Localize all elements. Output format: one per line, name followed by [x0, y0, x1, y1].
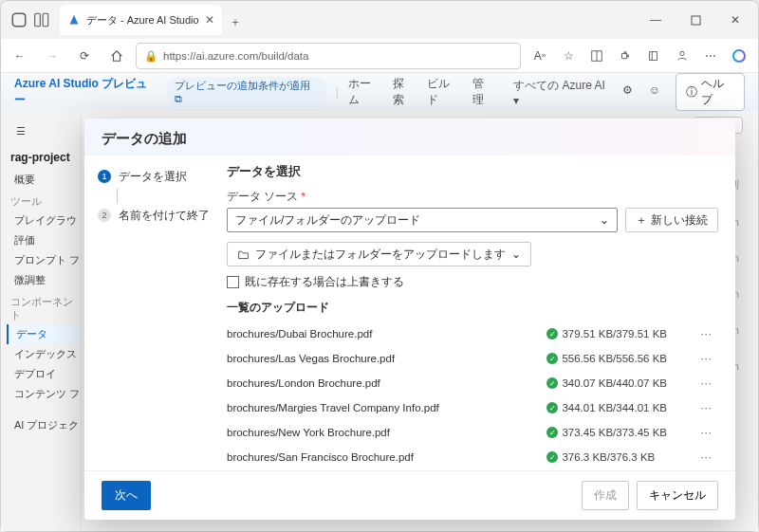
- sidebar-item-contentfilter[interactable]: コンテンツ フ: [7, 384, 81, 404]
- file-size: 376.3 KB/376.3 KB: [562, 451, 694, 463]
- tab-strip: データ - Azure AI Studio ✕ ＋: [60, 5, 249, 35]
- data-source-select[interactable]: ファイル/フォルダーのアップロード ⌄: [227, 208, 618, 232]
- preview-pill[interactable]: プレビューの追加条件が適用 ⧉: [167, 77, 326, 107]
- sidebar-item-data[interactable]: データ: [7, 324, 81, 344]
- forward-button[interactable]: →: [39, 43, 65, 69]
- step-bullet-idle: 2: [98, 209, 111, 222]
- copilot-icon[interactable]: [726, 43, 752, 69]
- sidebar-item-playground[interactable]: プレイグラウ: [7, 211, 81, 230]
- read-aloud-icon[interactable]: A»: [527, 43, 553, 69]
- directory-selector[interactable]: すべての Azure AI ▾: [513, 78, 613, 107]
- source-label: データ ソース *: [227, 190, 718, 204]
- account-icon[interactable]: [669, 43, 695, 69]
- sidebar-item-deploy[interactable]: デプロイ: [7, 364, 81, 384]
- chevron-down-icon: ⌄: [511, 248, 521, 261]
- overwrite-row[interactable]: 既に存在する場合は上書きする: [227, 274, 718, 290]
- file-more-icon[interactable]: ···: [694, 353, 718, 364]
- sidebar-item-aiproject[interactable]: AI プロジェク: [7, 415, 81, 435]
- window-minimize-button[interactable]: ―: [637, 5, 675, 35]
- upload-file-list: brochures/Dubai Brochure.pdf✓379.51 KB/3…: [227, 321, 718, 469]
- app-body: ☰ rag-project 概要 ツール プレイグラウ 評価 プロンプト フ 微…: [1, 111, 758, 531]
- create-button[interactable]: 作成: [582, 481, 629, 510]
- upload-file-row: brochures/Margies Travel Company Info.pd…: [227, 395, 718, 420]
- next-button[interactable]: 次へ: [102, 481, 151, 510]
- browser-tab[interactable]: データ - Azure AI Studio ✕: [60, 5, 222, 35]
- overwrite-label: 既に存在する場合は上書きする: [245, 274, 404, 290]
- sidebar-item-finetune[interactable]: 微調整: [7, 270, 81, 290]
- file-more-icon[interactable]: ···: [694, 427, 718, 438]
- split-icon[interactable]: [583, 43, 610, 69]
- svg-rect-1: [35, 13, 41, 27]
- menu-manage[interactable]: 管理: [472, 76, 495, 108]
- workspaces-icon[interactable]: [33, 11, 50, 28]
- file-more-icon[interactable]: ···: [694, 328, 718, 339]
- success-icon: ✓: [546, 451, 558, 463]
- brand-label[interactable]: Azure AI Studio プレビュー: [14, 76, 157, 108]
- sidebar-item-index[interactable]: インデックス: [7, 344, 81, 364]
- extensions-icon[interactable]: [612, 43, 639, 69]
- home-button[interactable]: [103, 43, 130, 69]
- menu-build[interactable]: ビルド: [427, 76, 460, 108]
- overwrite-checkbox[interactable]: [227, 276, 239, 288]
- upload-files-button[interactable]: ファイルまたはフォルダーをアップロードします ⌄: [227, 242, 531, 266]
- svg-point-8: [680, 51, 684, 55]
- back-button[interactable]: ←: [7, 43, 33, 69]
- sidebar-item-eval[interactable]: 評価: [7, 230, 81, 250]
- favorite-icon[interactable]: ☆: [555, 43, 582, 69]
- section-title: データを選択: [227, 163, 718, 180]
- sidebar-group-components: コンポーネント: [7, 290, 81, 324]
- project-name: rag-project: [7, 147, 81, 170]
- upload-file-row: brochures/Dubai Brochure.pdf✓379.51 KB/3…: [227, 321, 718, 346]
- svg-point-9: [733, 50, 745, 62]
- addr-right: A» ☆ ⋯: [527, 43, 752, 69]
- data-source-value: ファイル/フォルダーのアップロード: [235, 212, 420, 229]
- file-size: 379.51 KB/379.51 KB: [562, 328, 694, 339]
- cancel-button[interactable]: キャンセル: [637, 481, 718, 510]
- svg-rect-2: [43, 13, 48, 27]
- required-mark: *: [301, 191, 305, 202]
- url-box[interactable]: 🔒 https://ai.azure.com/build/data: [136, 43, 521, 69]
- success-icon: ✓: [546, 328, 558, 339]
- window-close-button[interactable]: ✕: [716, 5, 754, 35]
- dialog-footer: 次へ 作成 キャンセル: [84, 470, 735, 520]
- success-icon: ✓: [546, 427, 558, 438]
- file-more-icon[interactable]: ···: [694, 451, 718, 463]
- dialog-main: 1 データを選択 2 名前を付けて終了 データを選択 データ ソース *: [84, 156, 735, 470]
- help-button[interactable]: ⓘ ヘルプ: [676, 73, 745, 111]
- sidebar-item-overview[interactable]: 概要: [7, 170, 81, 190]
- file-name: brochures/San Francisco Brochure.pdf: [227, 451, 546, 463]
- url-text: https://ai.azure.com/build/data: [163, 50, 308, 62]
- new-tab-button[interactable]: ＋: [222, 9, 249, 35]
- svg-rect-0: [12, 13, 26, 27]
- svg-rect-3: [692, 16, 700, 25]
- upload-list-heading: 一覧のアップロード: [227, 300, 718, 316]
- step-1[interactable]: 1 データを選択: [98, 165, 219, 189]
- refresh-button[interactable]: ⟳: [71, 43, 98, 69]
- step-1-label: データを選択: [119, 169, 187, 185]
- folder-icon: [237, 248, 250, 261]
- file-name: brochures/Las Vegas Brochure.pdf: [227, 353, 546, 364]
- menu-explore[interactable]: 探索: [393, 76, 416, 108]
- lock-icon: 🔒: [144, 49, 157, 63]
- address-bar: ← → ⟳ 🔒 https://ai.azure.com/build/data …: [1, 39, 758, 73]
- collections-icon[interactable]: [640, 43, 667, 69]
- settings-gear-icon[interactable]: ⚙: [622, 83, 639, 101]
- file-more-icon[interactable]: ···: [694, 377, 718, 389]
- feedback-icon[interactable]: ☺: [649, 83, 666, 101]
- file-more-icon[interactable]: ···: [694, 402, 718, 413]
- step-2[interactable]: 2 名前を付けて終了: [98, 204, 219, 228]
- tab-close-icon[interactable]: ✕: [205, 13, 214, 27]
- file-name: brochures/Margies Travel Company Info.pd…: [227, 402, 546, 413]
- menu-home[interactable]: ホーム: [348, 76, 381, 108]
- step-2-label: 名前を付けて終了: [119, 208, 210, 224]
- hamburger-icon[interactable]: ☰: [9, 119, 33, 143]
- tab-title: データ - Azure AI Studio: [86, 13, 199, 28]
- new-connection-button[interactable]: ＋ 新しい接続: [625, 208, 718, 232]
- file-name: brochures/London Brochure.pdf: [227, 377, 546, 389]
- file-size: 373.45 KB/373.45 KB: [562, 427, 694, 438]
- sidebar-item-promptflow[interactable]: プロンプト フ: [7, 250, 81, 270]
- window-maximize-button[interactable]: [676, 5, 714, 35]
- more-icon[interactable]: ⋯: [697, 43, 724, 69]
- profile-icon[interactable]: [10, 11, 28, 28]
- azure-app-bar: Azure AI Studio プレビュー プレビューの追加条件が適用 ⧉ | …: [1, 73, 758, 111]
